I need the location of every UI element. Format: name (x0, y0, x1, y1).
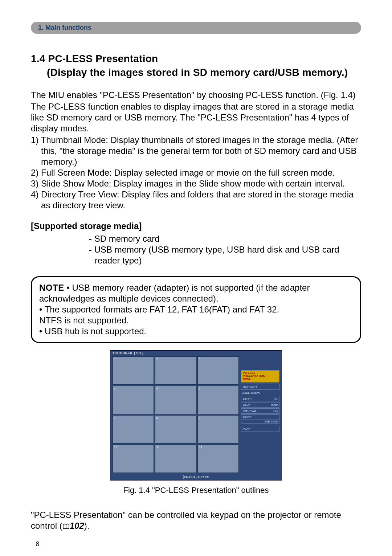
section-number: 1.4 (31, 53, 45, 64)
breadcrumb-bar: 1. Main functions (31, 22, 361, 34)
figure-container: THUMBNAIL [ SD ] 1 2 3 4 5 6 7 8 9 10 11… (31, 350, 361, 495)
thumbnail-cell: 4 (113, 386, 154, 414)
reference-number: 102 (70, 521, 84, 531)
thumb-screen-title: THUMBNAIL [ SD ] (110, 351, 282, 356)
menu-header: PC-LESS PRESENTATION MENU (241, 370, 279, 383)
thumbnail-cell: 11 (155, 445, 196, 473)
section-title-line2: (Display the images stored in SD memory … (31, 66, 361, 79)
supported-item-2: - USB memory (USB memory type, USB hard … (89, 244, 361, 266)
mode-item-2: 2) Full Screen Mode: Display selected im… (31, 167, 361, 178)
mode-item-3: 3) Slide Show Mode: Display images in th… (31, 178, 361, 189)
note-text-3: NTFS is not supported. (39, 315, 353, 326)
side-menu: PC-LESS PRESENTATION MENU REFRESH SLIDE … (240, 356, 282, 474)
note-box: NOTE • USB memory reader (adapter) is no… (31, 276, 361, 343)
refresh-button[interactable]: REFRESH (241, 384, 279, 390)
book-icon (62, 521, 70, 532)
thumbnail-cell: 6 (197, 386, 239, 414)
thumbnail-cell: 1 (113, 356, 154, 385)
closing-paragraph: "PC-LESS Presentation" can be controlled… (31, 510, 361, 532)
stop-row[interactable]: STOP #999 (241, 402, 279, 408)
figure-caption: Fig. 1.4 "PC-LESS Presentation" outlines (31, 486, 361, 495)
closing-text-after: ). (84, 521, 90, 531)
thumbnail-cell: 10 (113, 445, 154, 473)
page-number: 8 (36, 540, 40, 548)
thumbnail-cell: 8 (155, 415, 196, 443)
supported-heading: [Supported storage media] (31, 221, 361, 231)
section-heading: 1.4 PC-LESS Presentation (Display the im… (31, 52, 361, 79)
thumbnail-cell: 3 (197, 356, 239, 385)
mode-value: ONE TIME (241, 420, 279, 424)
thumbnail-cell: 2 (155, 356, 196, 385)
thumb-footer: (ENTER , ⊙):YES (110, 474, 282, 480)
section-title-line1: PC-LESS Presentation (48, 53, 158, 64)
supported-item-1: - SD memory card (89, 233, 361, 244)
supported-list: - SD memory card - USB memory (USB memor… (31, 233, 361, 266)
breadcrumb-text: 1. Main functions (38, 24, 91, 31)
mode-item-4: 4) Directory Tree View: Display files an… (31, 189, 361, 211)
play-button[interactable]: PLAY (241, 426, 279, 432)
thumbnail-cell: 5 (155, 386, 196, 414)
start-row[interactable]: START #1 (241, 396, 279, 401)
thumbnail-cell: 7 (113, 415, 154, 443)
thumbnail-cell: 9 (197, 415, 239, 443)
note-text-1: • USB memory reader (adapter) is not sup… (39, 283, 310, 303)
slideshow-label: SLIDE SHOW (241, 390, 279, 395)
note-text-4: • USB hub is not supported. (39, 326, 353, 337)
thumbnail-grid: 1 2 3 4 5 6 7 8 9 10 11 12 (110, 356, 240, 474)
mode-item-1: 1) Thumbnail Mode: Display thumbnails of… (31, 135, 361, 167)
note-text-2: • The supported formats are FAT 12, FAT … (39, 304, 353, 315)
thumbnail-cell: 12 (197, 445, 239, 473)
intro-p2: The PC-LESS function enables to display … (31, 101, 361, 134)
note-label: NOTE (39, 283, 64, 293)
mode-row[interactable]: MODE (241, 414, 279, 420)
interval-row[interactable]: INTERVAL 10s (241, 408, 279, 414)
intro-p1: The MIU enables "PC-LESS Presentation" b… (31, 90, 361, 101)
thumbnail-screenshot: THUMBNAIL [ SD ] 1 2 3 4 5 6 7 8 9 10 11… (110, 350, 282, 481)
